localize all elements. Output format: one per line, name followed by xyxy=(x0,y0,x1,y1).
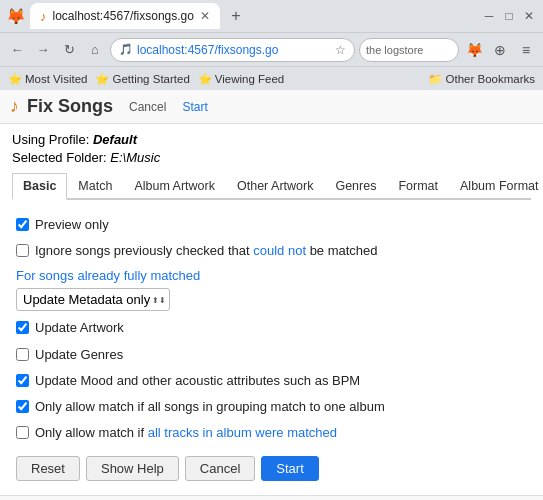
app-body: Using Profile: Default Selected Folder: … xyxy=(0,124,543,495)
ignore-songs-checkbox[interactable] xyxy=(16,244,29,257)
bookmark-label: Most Visited xyxy=(25,73,87,85)
cancel-header-button[interactable]: Cancel xyxy=(129,100,166,114)
tab-basic[interactable]: Basic xyxy=(12,173,67,200)
bookmark-icon: ⭐ xyxy=(198,72,212,86)
bookmark-icon: ⭐ xyxy=(8,72,22,86)
browser-tab[interactable]: ♪ localhost:4567/fixsongs.go ✕ xyxy=(30,3,220,29)
ignore-songs-label: Ignore songs previously checked that cou… xyxy=(35,242,378,260)
nav-bar: ← → ↻ ⌂ 🎵 localhost:4567/fixsongs.go ☆ t… xyxy=(0,32,543,66)
address-bar[interactable]: 🎵 localhost:4567/fixsongs.go ☆ xyxy=(110,38,355,62)
tab-match[interactable]: Match xyxy=(67,173,123,198)
update-mood-row: Update Mood and other acoustic attribute… xyxy=(16,372,527,390)
update-artwork-row: Update Artwork xyxy=(16,319,527,337)
address-action-icons: ☆ xyxy=(335,43,346,57)
maximize-button[interactable]: □ xyxy=(501,8,517,24)
tab-album-format[interactable]: Album Format xyxy=(449,173,543,198)
profile-line: Using Profile: Default xyxy=(12,132,531,147)
app-logo-icon: ♪ xyxy=(10,96,19,117)
update-genres-row: Update Genres xyxy=(16,346,527,364)
could-not-text: could not xyxy=(253,243,306,258)
firefox-icon: 🦊 xyxy=(6,7,26,26)
cancel-button[interactable]: Cancel xyxy=(185,456,255,481)
tab-icon: ♪ xyxy=(40,9,47,24)
all-tracks-text: all tracks in album were matched xyxy=(148,425,337,440)
forward-button[interactable]: → xyxy=(32,39,54,61)
close-button[interactable]: ✕ xyxy=(521,8,537,24)
update-artwork-label[interactable]: Update Artwork xyxy=(35,319,124,337)
tab-album-artwork[interactable]: Album Artwork xyxy=(123,173,226,198)
app-header: ♪ Fix Songs Cancel Start xyxy=(0,90,543,124)
only-allow-match-checkbox[interactable] xyxy=(16,400,29,413)
url-text: localhost:4567/fixsongs.go xyxy=(137,43,331,57)
metadata-select-wrapper: Update Metadata only xyxy=(16,288,170,311)
bookmark-star-icon[interactable]: ☆ xyxy=(335,43,346,57)
reset-button[interactable]: Reset xyxy=(16,456,80,481)
app-title: Fix Songs xyxy=(27,96,113,117)
new-tab-button[interactable]: + xyxy=(224,4,248,28)
dropdown-row: Update Metadata only xyxy=(16,288,527,311)
tabs-bar: Basic Match Album Artwork Other Artwork … xyxy=(12,173,531,200)
search-bar[interactable]: the logstore xyxy=(359,38,459,62)
bookmark-getting-started[interactable]: ⭐ Getting Started xyxy=(95,72,189,86)
other-bookmarks[interactable]: 📁 Other Bookmarks xyxy=(428,72,535,86)
bookmark-label: Viewing Feed xyxy=(215,73,284,85)
section-label: For songs already fully matched xyxy=(16,268,527,283)
title-bar: 🦊 ♪ localhost:4567/fixsongs.go ✕ + ─ □ ✕ xyxy=(0,0,543,32)
footer-buttons: Reset Show Help Cancel Start xyxy=(16,456,527,481)
refresh-button[interactable]: ↻ xyxy=(58,39,80,61)
profile-label: Using Profile: xyxy=(12,132,89,147)
basic-tab-content: Preview only Ignore songs previously che… xyxy=(12,210,531,487)
tab-title: localhost:4567/fixsongs.go xyxy=(53,9,194,23)
only-allow-match-row: Only allow match if all songs in groupin… xyxy=(16,398,527,416)
other-bookmarks-label: Other Bookmarks xyxy=(446,73,535,85)
extension-icon[interactable]: ⊕ xyxy=(489,39,511,61)
start-header-button[interactable]: Start xyxy=(182,100,207,114)
bookmarks-bar: ⭐ Most Visited ⭐ Getting Started ⭐ Viewi… xyxy=(0,66,543,90)
bookmark-icon: ⭐ xyxy=(95,72,109,86)
folder-icon: 📁 xyxy=(428,73,442,85)
app-content: ♪ Fix Songs Cancel Start Using Profile: … xyxy=(0,90,543,495)
preview-only-checkbox[interactable] xyxy=(16,218,29,231)
metadata-select[interactable]: Update Metadata only xyxy=(16,288,170,311)
preview-only-row: Preview only xyxy=(16,216,527,234)
bottom-bar: SongKong v9.0 Drukas (Pro) ♪ B f ▶ xyxy=(0,495,543,500)
minimize-button[interactable]: ─ xyxy=(481,8,497,24)
bookmark-label: Getting Started xyxy=(112,73,189,85)
search-text: the logstore xyxy=(366,44,423,56)
window-controls: ─ □ ✕ xyxy=(481,8,537,24)
update-artwork-checkbox[interactable] xyxy=(16,321,29,334)
update-mood-label[interactable]: Update Mood and other acoustic attribute… xyxy=(35,372,360,390)
menu-icon[interactable]: ≡ xyxy=(515,39,537,61)
only-allow-tracks-row: Only allow match if all tracks in album … xyxy=(16,424,527,442)
update-mood-checkbox[interactable] xyxy=(16,374,29,387)
lock-icon: 🎵 xyxy=(119,43,133,56)
back-button[interactable]: ← xyxy=(6,39,28,61)
only-allow-match-label[interactable]: Only allow match if all songs in groupin… xyxy=(35,398,385,416)
folder-value: E:\Music xyxy=(110,150,160,165)
folder-label: Selected Folder: xyxy=(12,150,107,165)
update-genres-label[interactable]: Update Genres xyxy=(35,346,123,364)
preview-only-label[interactable]: Preview only xyxy=(35,216,109,234)
tab-format[interactable]: Format xyxy=(387,173,449,198)
ignore-songs-row: Ignore songs previously checked that cou… xyxy=(16,242,527,260)
bookmark-most-visited[interactable]: ⭐ Most Visited xyxy=(8,72,87,86)
only-allow-tracks-label: Only allow match if all tracks in album … xyxy=(35,424,337,442)
folder-line: Selected Folder: E:\Music xyxy=(12,150,531,165)
bookmark-viewing-feed[interactable]: ⭐ Viewing Feed xyxy=(198,72,284,86)
tab-close-icon[interactable]: ✕ xyxy=(200,9,210,23)
tab-genres[interactable]: Genres xyxy=(324,173,387,198)
home-button[interactable]: ⌂ xyxy=(84,39,106,61)
tab-other-artwork[interactable]: Other Artwork xyxy=(226,173,324,198)
start-button[interactable]: Start xyxy=(261,456,318,481)
show-help-button[interactable]: Show Help xyxy=(86,456,179,481)
firefox-account-icon[interactable]: 🦊 xyxy=(463,39,485,61)
update-genres-checkbox[interactable] xyxy=(16,348,29,361)
profile-value: Default xyxy=(93,132,137,147)
only-allow-tracks-checkbox[interactable] xyxy=(16,426,29,439)
